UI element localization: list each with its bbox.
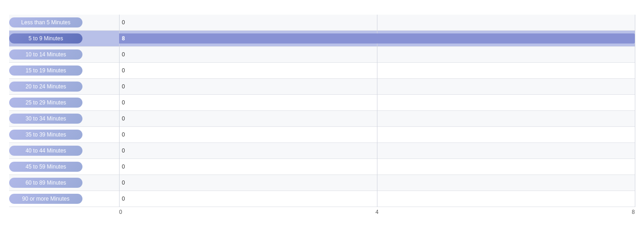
label-pill: 30 to 34 Minutes bbox=[9, 114, 82, 124]
bar-row: 45 to 59 Minutes0 bbox=[9, 159, 635, 175]
label-pill: 15 to 19 Minutes bbox=[9, 65, 82, 76]
label-area: 5 to 9 Minutes bbox=[9, 33, 119, 44]
label-pill: 40 to 44 Minutes bbox=[9, 146, 82, 156]
bar-area: 0 bbox=[119, 15, 635, 30]
bar-area: 0 bbox=[119, 47, 635, 62]
bar-row: 15 to 19 Minutes0 bbox=[9, 63, 635, 79]
label-area: 30 to 34 Minutes bbox=[9, 114, 119, 124]
grid-line-8 bbox=[635, 15, 635, 207]
x-axis: 048 bbox=[9, 209, 635, 215]
label-pill: 90 or more Minutes bbox=[9, 194, 82, 204]
bar-row: 35 to 39 Minutes0 bbox=[9, 127, 635, 143]
bar-value: 0 bbox=[122, 83, 125, 90]
x-axis-label: 8 bbox=[632, 209, 635, 215]
bar-row: 25 to 29 Minutes0 bbox=[9, 95, 635, 111]
label-area: 45 to 59 Minutes bbox=[9, 162, 119, 172]
label-area: 15 to 19 Minutes bbox=[9, 65, 119, 76]
label-pill: 5 to 9 Minutes bbox=[9, 33, 82, 44]
bar-area: 0 bbox=[119, 191, 635, 207]
label-area: 25 to 29 Minutes bbox=[9, 98, 119, 108]
x-axis-label: 0 bbox=[119, 209, 122, 215]
label-area: 60 to 89 Minutes bbox=[9, 178, 119, 188]
label-pill: 10 to 14 Minutes bbox=[9, 49, 82, 60]
bar-area: 0 bbox=[119, 175, 635, 191]
bar-value: 0 bbox=[122, 99, 125, 106]
bar-row: 5 to 9 Minutes8 bbox=[9, 31, 635, 47]
bar-value: 0 bbox=[122, 147, 125, 154]
label-area: Less than 5 Minutes bbox=[9, 17, 119, 27]
label-pill: 20 to 24 Minutes bbox=[9, 82, 82, 92]
label-area: 40 to 44 Minutes bbox=[9, 146, 119, 156]
bar-value: 0 bbox=[122, 51, 125, 58]
label-area: 10 to 14 Minutes bbox=[9, 49, 119, 60]
label-pill: 60 to 89 Minutes bbox=[9, 178, 82, 188]
bar-area: 0 bbox=[119, 111, 635, 126]
bar-row: 60 to 89 Minutes0 bbox=[9, 175, 635, 191]
bar-chart: Less than 5 Minutes05 to 9 Minutes810 to… bbox=[9, 15, 635, 207]
label-pill: 25 to 29 Minutes bbox=[9, 98, 82, 108]
bar-fill: 8 bbox=[119, 33, 635, 44]
bar-area: 0 bbox=[119, 127, 635, 142]
bar-row: 10 to 14 Minutes0 bbox=[9, 47, 635, 63]
bar-value: 8 bbox=[122, 35, 125, 42]
bar-value: 0 bbox=[122, 180, 125, 186]
bar-value: 0 bbox=[122, 115, 125, 122]
bar-row: 90 or more Minutes0 bbox=[9, 191, 635, 207]
chart-container: Less than 5 Minutes05 to 9 Minutes810 to… bbox=[0, 0, 644, 234]
label-pill: 45 to 59 Minutes bbox=[9, 162, 82, 172]
bar-value: 0 bbox=[122, 164, 125, 170]
bar-area: 0 bbox=[119, 143, 635, 158]
bar-value: 0 bbox=[122, 131, 125, 138]
label-area: 90 or more Minutes bbox=[9, 194, 119, 204]
bar-value: 0 bbox=[122, 19, 125, 26]
bar-row: 20 to 24 Minutes0 bbox=[9, 79, 635, 95]
x-axis-label: 4 bbox=[376, 209, 379, 215]
bar-row: Less than 5 Minutes0 bbox=[9, 15, 635, 31]
bar-row: 40 to 44 Minutes0 bbox=[9, 143, 635, 159]
bar-value: 0 bbox=[122, 196, 125, 202]
bar-row: 30 to 34 Minutes0 bbox=[9, 111, 635, 127]
label-pill: 35 to 39 Minutes bbox=[9, 130, 82, 140]
bar-area: 0 bbox=[119, 63, 635, 78]
bar-value: 0 bbox=[122, 67, 125, 74]
bar-area: 0 bbox=[119, 159, 635, 175]
label-pill: Less than 5 Minutes bbox=[9, 17, 82, 27]
bar-area: 0 bbox=[119, 79, 635, 94]
bar-area: 8 bbox=[119, 31, 635, 46]
label-area: 20 to 24 Minutes bbox=[9, 82, 119, 92]
bar-area: 0 bbox=[119, 95, 635, 110]
label-area: 35 to 39 Minutes bbox=[9, 130, 119, 140]
